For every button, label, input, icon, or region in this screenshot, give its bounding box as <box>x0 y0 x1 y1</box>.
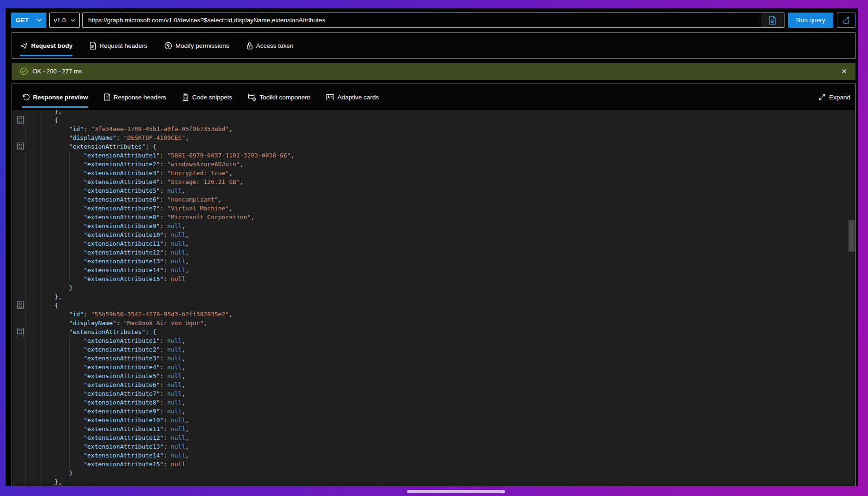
code-line: "extensionAttribute15": null <box>12 274 848 283</box>
request-tabs: Request bodyRequest headersModify permis… <box>12 33 855 59</box>
indent-guide <box>55 451 69 460</box>
fold-icon[interactable]: EAB4 <box>17 301 24 309</box>
tab-label: Response preview <box>33 94 88 101</box>
indent-guide <box>69 195 84 204</box>
indent-guide <box>55 442 69 451</box>
vertical-scrollbar-thumb[interactable] <box>849 220 855 252</box>
tab-label: Toolkit component <box>259 94 310 101</box>
indent-guide <box>26 177 40 186</box>
code-line: EAB4"extensionAttributes": { <box>12 327 848 336</box>
indent-guide <box>26 310 40 319</box>
expand-button[interactable]: Expand <box>818 84 855 110</box>
indent-guide <box>26 222 40 230</box>
indent-guide <box>55 142 69 151</box>
indent-guide <box>40 416 54 424</box>
tab-adaptive-cards[interactable]: Adaptive cards <box>326 84 379 110</box>
response-json-editor[interactable]: },EAB4{"id": "3fe34aee-1708-45b1-a0fa-05… <box>12 110 855 486</box>
indent-guide <box>69 345 84 354</box>
indent-guide <box>26 142 40 151</box>
status-text: OK - 200 - 277 ms <box>32 68 82 75</box>
tab-code-snippets[interactable]: Code snippets <box>182 84 232 110</box>
indent-guide <box>26 124 40 133</box>
chevron-down-icon <box>71 19 75 22</box>
api-version-dropdown[interactable]: v1.0 <box>49 13 80 28</box>
indent-guide <box>40 319 54 327</box>
indent-guide <box>26 169 40 177</box>
indent-guide <box>55 257 69 266</box>
indent-guide <box>26 389 40 398</box>
tab-label: Request headers <box>99 42 147 49</box>
indent-guide <box>40 186 54 195</box>
indent-guide <box>55 327 69 336</box>
code-line: "extensionAttribute3": "Encrypted: True"… <box>12 169 848 177</box>
code-line: "extensionAttribute14": null, <box>12 266 848 274</box>
indent-guide <box>55 310 69 319</box>
indent-guide <box>55 169 69 177</box>
indent-guide <box>69 433 84 442</box>
indent-guide <box>40 239 54 248</box>
indent-guide <box>40 398 54 407</box>
share-icon <box>842 17 850 24</box>
indent-guide <box>40 151 54 160</box>
indent-guide <box>69 230 84 239</box>
fold-icon[interactable]: EAB4 <box>17 116 24 124</box>
indent-guide <box>40 460 54 469</box>
code-line: }, <box>12 292 848 301</box>
code-line: "id": "55b59b56-3542-4278-95d3-b2ff38283… <box>12 310 848 319</box>
code-line: "extensionAttribute1": "5801-6979-0037-1… <box>12 151 848 160</box>
indent-guide <box>55 239 69 248</box>
indent-guide <box>69 177 84 186</box>
indent-guide <box>26 257 40 266</box>
permissions-icon <box>164 42 172 50</box>
indent-guide <box>40 124 54 133</box>
indent-guide <box>40 169 54 177</box>
indent-guide <box>69 451 84 460</box>
indent-guide <box>40 160 54 169</box>
indent-guide <box>40 213 54 222</box>
indent-guide <box>55 336 69 345</box>
tab-access-token[interactable]: Access token <box>246 33 293 59</box>
share-query-button[interactable] <box>837 13 855 28</box>
indent-guide <box>55 133 69 142</box>
indent-guide <box>40 230 54 239</box>
close-icon[interactable]: ✕ <box>841 68 847 75</box>
tab-request-headers[interactable]: Request headers <box>90 33 147 59</box>
indent-guide <box>55 186 69 195</box>
http-method-label: GET <box>16 17 29 24</box>
fold-icon[interactable]: EAB4 <box>17 143 24 150</box>
tab-modify-permissions[interactable]: Modify permissions <box>164 33 229 59</box>
indent-guide <box>55 248 69 257</box>
indent-guide <box>69 222 84 230</box>
send-icon <box>20 42 28 50</box>
tab-response-preview[interactable]: Response preview <box>22 84 88 110</box>
run-query-button[interactable]: Run query <box>788 13 833 28</box>
indent-guide <box>40 389 54 398</box>
code-line: "extensionAttribute4": "Storage: 126.21 … <box>12 177 848 186</box>
tab-toolkit-component[interactable]: Toolkit component <box>248 84 310 110</box>
horizontal-scrollbar-thumb[interactable] <box>407 490 505 493</box>
indent-guide <box>40 327 54 336</box>
indent-guide <box>40 266 54 274</box>
tab-label: Response headers <box>114 94 166 101</box>
indent-guide <box>55 283 69 292</box>
fold-icon[interactable]: EAB4 <box>17 328 24 335</box>
indent-guide <box>69 389 84 398</box>
indent-guide <box>40 142 54 151</box>
indent-guide <box>40 469 54 477</box>
http-method-dropdown[interactable]: GET <box>11 13 46 28</box>
indent-guide <box>69 213 84 222</box>
indent-guide <box>55 177 69 186</box>
indent-guide <box>26 133 40 142</box>
tab-label: Code snippets <box>192 94 232 101</box>
tab-response-headers[interactable]: Response headers <box>104 84 166 110</box>
url-input[interactable] <box>83 13 761 27</box>
code-line: "displayName": "DESKTOP-4189CEC", <box>12 133 848 142</box>
tab-request-body[interactable]: Request body <box>20 33 72 59</box>
tab-label: Access token <box>256 42 293 49</box>
response-tabs-row: Response previewResponse headersCode sni… <box>12 84 855 110</box>
indent-guide <box>55 230 69 239</box>
indent-guide <box>26 292 40 301</box>
indent-guide <box>55 380 69 389</box>
indent-guide <box>40 116 54 124</box>
sample-doc-button[interactable] <box>761 13 784 27</box>
